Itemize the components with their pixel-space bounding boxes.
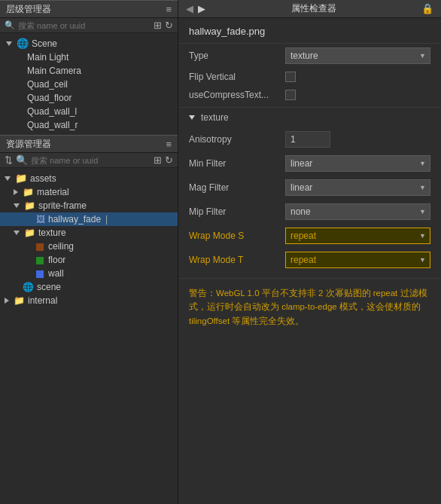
internal-folder-icon: 📁 bbox=[14, 295, 25, 306]
anisotropy-label: Anisotropy bbox=[189, 134, 279, 145]
internal-expand-icon[interactable] bbox=[5, 298, 9, 304]
asset-header: 资源管理器 ≡ bbox=[0, 135, 178, 153]
wrap-t-select-wrapper: repeat clamp-to-edge mirrored-repeat bbox=[285, 252, 430, 268]
property-row-anisotropy: Anisotropy bbox=[178, 127, 441, 151]
asset-item-assets[interactable]: 📁 assets bbox=[0, 171, 178, 185]
type-select-wrapper: texture normal map sprite-frame bbox=[285, 47, 430, 64]
asset-header-icons: ≡ bbox=[166, 139, 172, 149]
asset-search-input[interactable] bbox=[31, 156, 151, 165]
hierarchy-item-quad-ceil[interactable]: Quad_ceil bbox=[0, 78, 178, 91]
assets-expand-icon[interactable] bbox=[5, 176, 11, 181]
warning-box: 警告：WebGL 1.0 平台不支持非 2 次幂贴图的 repeat 过滤模式，… bbox=[178, 278, 441, 335]
material-expand-icon[interactable] bbox=[14, 189, 18, 195]
texture-section-title: texture bbox=[201, 112, 229, 123]
property-row-type: Type texture normal map sprite-frame bbox=[178, 44, 441, 68]
hierarchy-search-input[interactable] bbox=[18, 21, 151, 30]
compress-checkbox[interactable] bbox=[285, 90, 296, 100]
inspector-body: hallway_fade.png Type texture normal map… bbox=[178, 18, 441, 504]
hierarchy-tree: 🌐 Scene Main Light Main Camera Quad_ceil… bbox=[0, 33, 178, 135]
assets-label: assets bbox=[30, 173, 56, 184]
cursor-indicator: | bbox=[105, 214, 108, 225]
hierarchy-search-opt1[interactable]: ⊞ bbox=[154, 20, 162, 30]
inspector-forward-btn[interactable]: ▶ bbox=[198, 3, 205, 14]
mip-filter-select[interactable]: none nearest linear bbox=[285, 203, 430, 220]
property-row-mip-filter: Mip Filter none nearest linear bbox=[178, 200, 441, 224]
inspector-lock-icon[interactable]: 🔒 bbox=[421, 4, 433, 14]
hierarchy-search-bar: 🔍 ⊞ ↻ bbox=[0, 18, 178, 33]
wrap-s-select-wrapper: repeat clamp-to-edge mirrored-repeat bbox=[285, 228, 430, 244]
asset-item-texture[interactable]: 📁 texture bbox=[0, 226, 178, 240]
mag-filter-select-wrapper: linear nearest none bbox=[285, 179, 430, 196]
asset-item-hallway-fade[interactable]: 🖼 hallway_fade | bbox=[0, 212, 178, 226]
asset-item-ceiling[interactable]: ceiling bbox=[0, 240, 178, 253]
asset-item-floor[interactable]: floor bbox=[0, 253, 178, 267]
quad-wall-r-label: Quad_wall_r bbox=[27, 120, 78, 130]
sprite-frame-expand-icon[interactable] bbox=[14, 203, 20, 208]
main-camera-label: Main Camera bbox=[27, 66, 81, 76]
hierarchy-refresh-icon[interactable]: ↻ bbox=[165, 20, 173, 30]
inspector-title: 属性检查器 bbox=[291, 2, 336, 15]
inspector-header: ◀ ▶ 属性检查器 🔒 bbox=[178, 0, 441, 18]
scene-expand-icon[interactable] bbox=[6, 41, 12, 46]
texture-section-header: texture bbox=[178, 107, 441, 127]
hallway-fade-label: hallway_fade bbox=[48, 214, 101, 225]
quad-wall-l-label: Quad_wall_l bbox=[27, 106, 77, 117]
file-name-row: hallway_fade.png bbox=[178, 18, 441, 44]
flip-label: Flip Vertical bbox=[189, 72, 279, 82]
min-filter-select[interactable]: linear nearest none bbox=[285, 155, 430, 172]
asset-title: 资源管理器 bbox=[6, 138, 51, 151]
scene-file-icon: 🌐 bbox=[23, 282, 34, 292]
sprite-frame-folder-icon: 📁 bbox=[24, 200, 35, 211]
asset-refresh-icon[interactable]: ↻ bbox=[165, 155, 173, 165]
quad-ceil-label: Quad_ceil bbox=[27, 79, 68, 90]
scene-icon: 🌐 bbox=[17, 38, 29, 49]
asset-item-material[interactable]: 📁 material bbox=[0, 185, 178, 199]
asset-item-internal[interactable]: 📁 internal bbox=[0, 294, 178, 307]
right-panel: ◀ ▶ 属性检查器 🔒 hallway_fade.png Type textur… bbox=[178, 0, 441, 504]
hierarchy-item-main-light[interactable]: Main Light bbox=[0, 50, 178, 64]
asset-toolbar: ⇅ 🔍 ⊞ ↻ bbox=[0, 153, 178, 168]
hierarchy-item-quad-wall-r[interactable]: Quad_wall_r bbox=[0, 118, 178, 132]
texture-expand-icon[interactable] bbox=[14, 231, 20, 235]
property-row-flip: Flip Vertical bbox=[178, 68, 441, 86]
mip-filter-select-wrapper: none nearest linear bbox=[285, 203, 430, 220]
mag-filter-label: Mag Filter bbox=[189, 182, 279, 193]
hierarchy-menu-icon[interactable]: ≡ bbox=[166, 5, 172, 14]
file-name: hallway_fade.png bbox=[189, 26, 265, 37]
asset-tree: 📁 assets 📁 material 📁 sprite-frame 🖼 hal… bbox=[0, 168, 178, 504]
wrap-s-label: Wrap Mode S bbox=[189, 231, 279, 241]
compress-label: useCompressText... bbox=[189, 90, 279, 100]
wrap-t-label: Wrap Mode T bbox=[189, 255, 279, 265]
wrap-t-select[interactable]: repeat clamp-to-edge mirrored-repeat bbox=[285, 252, 430, 268]
asset-filter-icon[interactable]: 🔍 bbox=[16, 155, 28, 165]
inspector-nav: ◀ ▶ bbox=[186, 3, 205, 14]
anisotropy-input[interactable] bbox=[285, 131, 330, 148]
flip-checkbox[interactable] bbox=[285, 72, 296, 82]
asset-item-sprite-frame[interactable]: 📁 sprite-frame bbox=[0, 199, 178, 212]
asset-item-wall[interactable]: wall bbox=[0, 267, 178, 280]
hierarchy-search-icon: 🔍 bbox=[5, 20, 15, 30]
asset-item-scene[interactable]: 🌐 scene bbox=[0, 280, 178, 294]
hierarchy-item-main-camera[interactable]: Main Camera bbox=[0, 64, 178, 78]
material-folder-icon: 📁 bbox=[23, 187, 34, 197]
hierarchy-item-quad-floor[interactable]: Quad_floor bbox=[0, 91, 178, 105]
hierarchy-header: 层级管理器 ≡ bbox=[0, 0, 178, 18]
floor-color-icon bbox=[36, 255, 45, 265]
hierarchy-item-scene[interactable]: 🌐 Scene bbox=[0, 36, 178, 50]
asset-menu-icon[interactable]: ≡ bbox=[166, 139, 172, 149]
asset-sort-icon[interactable]: ⇅ bbox=[5, 155, 13, 165]
texture-section-expand-icon[interactable] bbox=[189, 115, 195, 120]
main-light-label: Main Light bbox=[27, 52, 68, 63]
internal-label: internal bbox=[28, 295, 57, 306]
inspector-back-btn[interactable]: ◀ bbox=[186, 3, 193, 14]
min-filter-label: Min Filter bbox=[189, 158, 279, 169]
asset-collapse-icon[interactable]: ⊞ bbox=[154, 155, 162, 165]
wrap-s-select[interactable]: repeat clamp-to-edge mirrored-repeat bbox=[285, 228, 430, 244]
hierarchy-title: 层级管理器 bbox=[6, 3, 51, 16]
material-label: material bbox=[37, 187, 69, 197]
hierarchy-item-quad-wall-l[interactable]: Quad_wall_l bbox=[0, 105, 178, 118]
type-select[interactable]: texture normal map sprite-frame bbox=[285, 47, 430, 64]
mag-filter-select[interactable]: linear nearest none bbox=[285, 179, 430, 196]
scene-file-label: scene bbox=[37, 282, 61, 292]
texture-folder-icon: 📁 bbox=[24, 228, 35, 238]
